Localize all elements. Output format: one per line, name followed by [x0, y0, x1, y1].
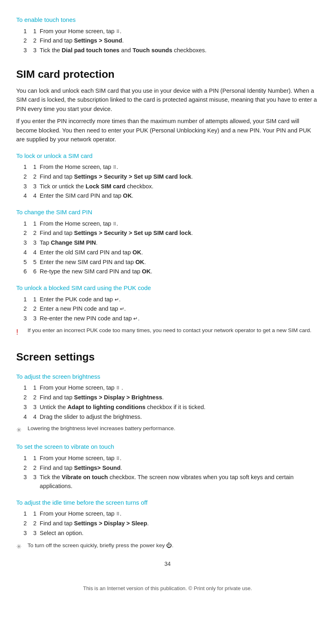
step-item: 1 Enter the PUK code and tap ↵.: [23, 295, 319, 304]
unlock-puk-section: To unlock a blocked SIM card using the P…: [16, 284, 319, 338]
enter-icon: ↵: [133, 315, 138, 323]
tip-text: Lowering the brightness level increases …: [28, 424, 175, 433]
step-text: From your Home screen, tap ⠿.: [40, 510, 319, 518]
step-number: 3: [33, 403, 36, 412]
step-text: From your Home screen, tap ⠿.: [40, 454, 319, 463]
step-number: 1: [33, 384, 36, 392]
step-item: 1 From the Home screen, tap ⠿.: [23, 163, 319, 172]
step-number: 4: [33, 413, 36, 422]
step-text: Tick or untick the Lock SIM card checkbo…: [40, 182, 319, 191]
step-number: 1: [33, 27, 36, 36]
step-text: Find and tap Settings > Display > Bright…: [40, 393, 319, 402]
grid-icon: ⠿: [113, 164, 117, 171]
step-text: From your Home screen, tap ⠿ .: [40, 384, 319, 392]
step-item: 4 Enter the SIM card PIN and tap OK.: [23, 192, 319, 200]
step-number: 3: [33, 529, 36, 538]
step-text: Find and tap Settings > Security > Set u…: [40, 229, 319, 238]
step-text: Find and tap Settings > Security > Set u…: [40, 173, 319, 181]
step-item: 2 Find and tap Settings > Display > Slee…: [23, 519, 319, 528]
step-text: Find and tap Settings > Display > Sleep.: [40, 519, 319, 528]
step-text: Tap Change SIM PIN.: [40, 239, 319, 247]
step-item: 3 Tick the Vibrate on touch checkbox. Th…: [23, 473, 319, 491]
step-number: 5: [33, 258, 36, 267]
idle-time-heading: To adjust the idle time before the scree…: [16, 498, 319, 508]
tip-icon: ✳: [16, 425, 24, 435]
enter-icon: ↵: [115, 296, 119, 304]
sim-card-section: SIM card protection You can lock and unl…: [16, 66, 319, 338]
step-text: Re-enter the new PIN code and tap ↵.: [40, 314, 319, 323]
screen-settings-section: Screen settings To adjust the screen bri…: [16, 349, 319, 552]
grid-icon: ⠿: [116, 455, 120, 462]
step-text: From the Home screen, tap ⠿.: [40, 163, 319, 172]
step-item: 3 Tap Change SIM PIN.: [23, 239, 319, 247]
brightness-tip: ✳ Lowering the brightness level increase…: [16, 424, 319, 435]
step-text: From the Home screen, tap ⠿.: [40, 220, 319, 228]
brightness-heading: To adjust the screen brightness: [16, 372, 319, 382]
step-number: 3: [33, 239, 36, 247]
step-item: 2 Find and tap Settings > Security > Set…: [23, 229, 319, 238]
brightness-steps: 1 From your Home screen, tap ⠿ . 2 Find …: [23, 384, 319, 421]
tip-icon: ✳: [16, 542, 24, 552]
puk-note: ! If you enter an incorrect PUK code too…: [16, 326, 319, 338]
step-item: 3 Re-enter the new PIN code and tap ↵.: [23, 314, 319, 323]
sim-card-heading: SIM card protection: [16, 66, 319, 82]
step-text: Untick the Adapt to lighting conditions …: [40, 403, 319, 412]
step-text: Find and tap Settings> Sound.: [40, 464, 319, 473]
step-item: 2 Find and tap Settings > Display > Brig…: [23, 393, 319, 402]
step-text: Enter the SIM card PIN and tap OK.: [40, 192, 319, 200]
step-item: 3 Tick or untick the Lock SIM card check…: [23, 182, 319, 191]
step-item: 2 Find and tap Settings > Security > Set…: [23, 173, 319, 181]
step-number: 2: [33, 173, 36, 181]
step-number: 6: [33, 267, 36, 276]
unlock-puk-steps: 1 Enter the PUK code and tap ↵. 2 Enter …: [23, 295, 319, 323]
step-item: 3 Select an option.: [23, 529, 319, 538]
step-item: 1 From the Home screen, tap ⠿.: [23, 220, 319, 228]
lock-unlock-steps: 1 From the Home screen, tap ⠿. 2 Find an…: [23, 163, 319, 200]
change-pin-heading: To change the SIM card PIN: [16, 208, 319, 217]
unlock-puk-heading: To unlock a blocked SIM card using the P…: [16, 284, 319, 293]
step-text: Enter a new PIN code and tap ↵.: [40, 305, 319, 313]
footer-disclaimer: This is an Internet version of this publ…: [16, 584, 319, 593]
step-text: Select an option.: [40, 529, 319, 538]
sim-card-para2: If you enter the PIN incorrectly more ti…: [16, 117, 319, 144]
screen-settings-heading: Screen settings: [16, 349, 319, 365]
step-number: 2: [33, 464, 36, 473]
lock-unlock-heading: To lock or unlock a SIM card: [16, 151, 319, 161]
lock-unlock-section: To lock or unlock a SIM card 1 From the …: [16, 151, 319, 201]
grid-icon: ⠿: [116, 385, 120, 392]
grid-icon: ⠿: [116, 28, 120, 35]
step-number: 1: [33, 220, 36, 228]
step-item: 1 From your Home screen, tap ⠿ .: [23, 384, 319, 392]
step-number: 2: [33, 305, 36, 313]
idle-time-steps: 1 From your Home screen, tap ⠿. 2 Find a…: [23, 510, 319, 537]
step-number: 4: [33, 248, 36, 257]
step-item: 1 From your Home screen, tap ⠿.: [23, 454, 319, 463]
step-text: Enter the PUK code and tap ↵.: [40, 295, 319, 304]
step-number: 1: [33, 454, 36, 463]
idle-tip: ✳ To turn off the screen quickly, briefl…: [16, 541, 319, 552]
step-item: 2 Find and tap Settings> Sound.: [23, 464, 319, 473]
step-text: Tick the Dial pad touch tones and Touch …: [40, 46, 319, 55]
vibrate-steps: 1 From your Home screen, tap ⠿. 2 Find a…: [23, 454, 319, 491]
step-text: Enter the old SIM card PIN and tap OK.: [40, 248, 319, 257]
step-number: 1: [33, 510, 36, 518]
touch-tones-heading: To enable touch tones: [16, 15, 319, 25]
step-item: 2 Find and tap Settings > Sound.: [23, 36, 319, 45]
step-item: 6 Re-type the new SIM card PIN and tap O…: [23, 267, 319, 276]
vibrate-heading: To set the screen to vibrate on touch: [16, 442, 319, 452]
step-number: 1: [33, 163, 36, 172]
vibrate-section: To set the screen to vibrate on touch 1 …: [16, 442, 319, 491]
step-item: 1 From your Home screen, tap ⠿.: [23, 510, 319, 518]
page-number: 34: [16, 560, 319, 568]
brightness-section: To adjust the screen brightness 1 From y…: [16, 372, 319, 435]
power-icon: ⏻: [166, 541, 172, 550]
step-item: 3 Tick the Dial pad touch tones and Touc…: [23, 46, 319, 55]
step-item: 5 Enter the new SIM card PIN and tap OK.: [23, 258, 319, 267]
step-item: 4 Drag the slider to adjust the brightne…: [23, 413, 319, 422]
step-text: Tick the Vibrate on touch checkbox. The …: [40, 473, 319, 491]
step-number: 3: [33, 314, 36, 323]
step-number: 3: [33, 473, 36, 491]
grid-icon: ⠿: [116, 511, 120, 518]
idle-time-section: To adjust the idle time before the scree…: [16, 498, 319, 552]
step-text: Find and tap Settings > Sound.: [40, 36, 319, 45]
